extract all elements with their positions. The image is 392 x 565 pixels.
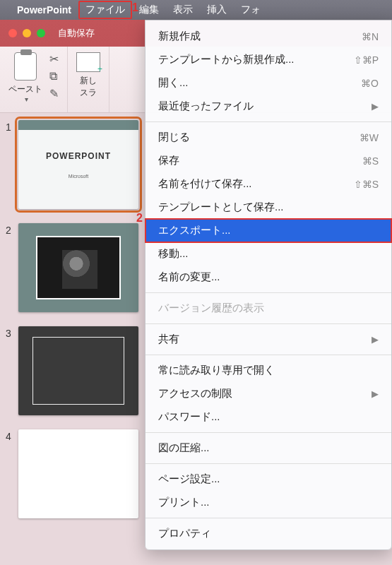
menu-item-label: エクスポート... (158, 224, 231, 237)
submenu-arrow-icon: ▶ (372, 101, 379, 112)
slide-thumbnail-2[interactable] (18, 223, 138, 312)
menu-file[interactable]: ファイル (78, 1, 132, 19)
menu-item-6[interactable]: 保存⌘S (145, 149, 391, 172)
slide1-title: POWERPOINT (46, 151, 111, 161)
menu-item-23[interactable]: ページ設定... (145, 468, 391, 491)
menu-view[interactable]: 表示 (166, 1, 200, 19)
menu-item-label: 新規作成 (158, 30, 201, 43)
menu-item-13: バージョン履歴の表示 (145, 297, 391, 320)
menu-item-label: 最近使ったファイル (158, 100, 254, 113)
menu-item-label: プリント... (158, 496, 210, 509)
menu-item-label: 名前を付けて保存... (158, 177, 252, 191)
menu-item-label: 常に読み取り専用で開く (158, 364, 275, 377)
ribbon-clipboard-group: ペースト ▾ ✂ ⧉ ✎ (0, 47, 68, 112)
slide-number: 3 (6, 326, 18, 339)
slide-thumbnail-1[interactable]: POWERPOINT Microsoft (18, 120, 138, 209)
menu-item-5[interactable]: 閉じる⌘W (145, 126, 391, 149)
menu-item-label: バージョン履歴の表示 (158, 302, 264, 315)
thumbnail-row[interactable]: 4 (6, 429, 143, 518)
format-painter-icon[interactable]: ✎ (49, 87, 59, 100)
slide-number: 1 (6, 120, 18, 133)
menubar: PowerPoint ファイル 編集 表示 挿入 フォ (0, 0, 392, 20)
copy-icon[interactable]: ⧉ (49, 70, 59, 83)
file-menu-dropdown: 新規作成⌘Nテンプレートから新規作成...⇧⌘P開く...⌘O最近使ったファイル… (145, 20, 392, 550)
slide1-subtitle: Microsoft (69, 174, 88, 179)
menu-item-2[interactable]: 開く...⌘O (145, 71, 391, 95)
paste-icon[interactable] (14, 52, 37, 81)
menu-item-11[interactable]: 名前の変更... (145, 266, 391, 289)
thumbnail-row[interactable]: 3 (6, 326, 143, 415)
shortcut-label: ⇧⌘S (354, 179, 379, 190)
menu-separator (145, 323, 391, 324)
menu-item-7[interactable]: 名前を付けて保存...⇧⌘S (145, 172, 391, 196)
menu-item-3[interactable]: 最近使ったファイル▶ (145, 95, 391, 118)
autosave-label: 自動保存 (58, 27, 95, 40)
menu-item-9[interactable]: エクスポート... (145, 219, 391, 242)
shortcut-label: ⌘O (361, 78, 379, 89)
menu-separator (145, 432, 391, 433)
menu-separator (145, 121, 391, 122)
menu-item-17[interactable]: 常に読み取り専用で開く (145, 359, 391, 382)
menu-item-label: テンプレートから新規作成... (158, 53, 295, 66)
menu-format[interactable]: フォ (234, 1, 268, 19)
shortcut-label: ⌘W (360, 132, 379, 143)
menu-item-21[interactable]: 図の圧縮... (145, 436, 391, 460)
menu-item-8[interactable]: テンプレートとして保存... (145, 196, 391, 219)
submenu-arrow-icon: ▶ (372, 334, 379, 345)
paste-label: ペースト (8, 83, 42, 95)
menu-item-19[interactable]: パスワード... (145, 405, 391, 429)
thumbnail-row[interactable]: 1 POWERPOINT Microsoft (6, 120, 143, 209)
ribbon-slides-group: 新し スラ (68, 47, 109, 112)
menu-insert[interactable]: 挿入 (200, 1, 234, 19)
minimize-window-icon[interactable] (23, 29, 31, 37)
menu-separator (145, 463, 391, 464)
slide-thumbnails: 1 POWERPOINT Microsoft 2 3 4 (0, 113, 148, 565)
menu-item-label: テンプレートとして保存... (158, 201, 284, 214)
app-name[interactable]: PowerPoint (17, 4, 71, 16)
menu-item-label: ページ設定... (158, 472, 220, 486)
menu-item-18[interactable]: アクセスの制限▶ (145, 382, 391, 405)
shortcut-label: ⌘S (362, 155, 379, 167)
menu-item-label: アクセスの制限 (158, 387, 232, 400)
menu-item-label: 開く... (158, 76, 189, 90)
slide-thumbnail-4[interactable] (18, 429, 138, 518)
annotation-2: 2 (136, 212, 143, 225)
menu-item-1[interactable]: テンプレートから新規作成...⇧⌘P (145, 48, 391, 71)
menu-item-label: 共有 (158, 333, 179, 346)
annotation-1: 1 (132, 1, 138, 14)
shortcut-label: ⇧⌘P (354, 54, 379, 66)
menu-item-26[interactable]: プロパティ (145, 522, 391, 545)
fullscreen-window-icon[interactable] (37, 29, 45, 37)
shortcut-label: ⌘N (362, 31, 379, 42)
menu-item-label: プロパティ (158, 527, 211, 540)
menu-item-label: パスワード... (158, 410, 220, 424)
slide-thumbnail-3[interactable] (18, 326, 138, 415)
cut-icon[interactable]: ✂ (49, 52, 59, 66)
close-window-icon[interactable] (8, 29, 17, 37)
menu-item-label: 名前の変更... (158, 270, 220, 284)
menu-item-label: 閉じる (158, 131, 190, 144)
menu-item-label: 図の圧縮... (158, 441, 210, 455)
menu-separator (145, 292, 391, 293)
paste-dropdown-icon[interactable]: ▾ (25, 95, 28, 103)
menu-separator (145, 355, 391, 355)
submenu-arrow-icon: ▶ (372, 388, 379, 399)
menu-item-label: 移動... (158, 247, 189, 261)
menu-separator (145, 518, 391, 518)
menu-item-0[interactable]: 新規作成⌘N (145, 25, 391, 48)
cat-image-icon (62, 250, 97, 289)
slide-number: 2 (6, 223, 18, 236)
menu-item-label: 保存 (158, 154, 179, 167)
thumbnail-row[interactable]: 2 (6, 223, 143, 312)
menu-item-24[interactable]: プリント... (145, 491, 391, 514)
window-controls (8, 29, 45, 37)
new-slide-label: 新し スラ (80, 75, 97, 99)
slide-number: 4 (6, 429, 18, 442)
new-slide-icon[interactable] (76, 52, 100, 72)
menu-item-10[interactable]: 移動... (145, 242, 391, 266)
menu-item-15[interactable]: 共有▶ (145, 328, 391, 351)
